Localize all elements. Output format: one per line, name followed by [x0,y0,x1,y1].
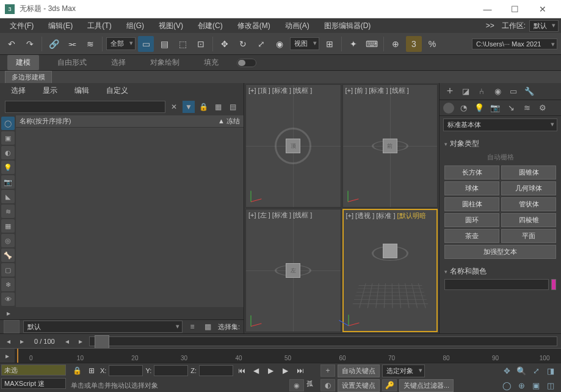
close-button[interactable]: ✕ [529,0,556,18]
section-namecolor[interactable]: 名称和颜色 [444,266,556,277]
filter-all-icon[interactable]: ◯ [1,117,15,130]
viewcube-top[interactable]: 顶 [286,139,300,153]
modify-panel-button[interactable]: ◪ [459,85,472,98]
refcoord-select[interactable]: 视图 [290,37,319,50]
spacewarps-icon[interactable]: ≋ [520,101,534,115]
menu-grapheditor[interactable]: 图形编辑器(D) [317,18,378,33]
filter-xref-icon[interactable]: ◎ [1,234,15,247]
shapes-icon[interactable]: ◔ [457,101,470,115]
layer-select[interactable]: 默认 [23,321,183,333]
time-next-button[interactable]: ▸ [17,336,27,346]
menu-more[interactable]: >> [482,21,498,30]
object-color-swatch[interactable] [551,279,556,290]
btn-cone[interactable]: 圆锥体 [501,165,556,180]
y-input[interactable] [154,365,188,376]
menu-view[interactable]: 视图(V) [151,18,190,33]
ribbon-populate[interactable]: 填充 [198,57,225,68]
filter-camera-icon[interactable]: 📷 [1,175,15,189]
scale-tool[interactable]: ⤢ [253,36,269,52]
ribbon-selection[interactable]: 选择 [105,57,132,68]
autogrid-checkbox[interactable]: 自动栅格 [444,151,556,165]
link-button[interactable]: 🔗 [46,36,62,52]
btn-tube[interactable]: 管状体 [501,197,556,211]
viewport-front-label[interactable]: [+] [前 ] [标准 ] [线框 ] [346,86,409,95]
menu-create[interactable]: 创建(C) [190,18,230,33]
btn-plane[interactable]: 平面 [501,229,556,243]
lights-icon[interactable]: 💡 [472,101,486,115]
rect-select-button[interactable]: ⬚ [175,36,190,52]
lock-button[interactable]: 🔒 [197,101,209,113]
nav-pan-button[interactable]: ✥ [500,365,513,377]
filter-container-icon[interactable]: ▢ [1,263,15,277]
angle-snap-toggle[interactable]: 3 [406,36,422,52]
ruler-track[interactable]: 0 10 20 30 40 50 60 70 80 90 100 [15,349,561,363]
helpers-icon[interactable]: ↘ [504,101,518,115]
layer-btn-1[interactable]: ≡ [186,321,198,333]
btn-cylinder[interactable]: 圆柱体 [444,197,499,211]
view-button-1[interactable]: ▦ [212,101,224,113]
btn-torus[interactable]: 圆环 [444,213,499,227]
viewport-left[interactable]: [+] [左 ] [标准 ] [线框 ] 左 [245,209,341,332]
pivot-button[interactable]: ⊞ [322,36,338,52]
menu-file[interactable]: 文件(F) [2,18,41,33]
lock-selection-button[interactable]: 🔒 [71,365,83,377]
viewcube-front[interactable]: 前 [383,139,397,153]
keyboard-button[interactable]: ⌨ [364,36,380,52]
create-panel-button[interactable]: + [443,85,457,98]
systems-icon[interactable]: ⚙ [536,101,549,115]
play-button[interactable]: ▶ [265,365,277,377]
btn-teapot[interactable]: 茶壶 [444,229,499,243]
time-last-button[interactable]: ▸ [76,336,85,346]
ribbon-objpaint[interactable]: 对象绘制 [144,57,186,68]
snap-toggle[interactable]: ⊕ [388,36,404,52]
nav-orbit-button[interactable]: ◯ [500,379,513,391]
primitive-category-select[interactable]: 标准基本体 [443,118,557,131]
viewcube-persp[interactable] [383,244,397,258]
viewport-top[interactable]: [+] [顶 ] [标准 ] [线框 ] 顶 [245,84,341,208]
list-header-frozen[interactable]: ▲ 冻结 [206,117,240,126]
menu-group[interactable]: 组(G) [119,18,151,33]
bind-button[interactable]: ≋ [82,36,98,52]
z-input[interactable] [199,365,233,376]
filter-button[interactable]: ▼ [183,101,195,113]
keyfilter-button[interactable]: 关键点过滤器... [399,379,454,392]
redo-button[interactable]: ↷ [22,36,38,52]
ribbon-modeling[interactable]: 建模 [7,55,39,70]
nav-zoom-button[interactable]: 🔍 [515,365,528,377]
filter-light-icon[interactable]: 💡 [1,161,15,174]
layer-color-swatch[interactable] [4,320,20,333]
minimize-button[interactable]: — [474,0,501,18]
nav-fov-button[interactable]: ◨ [544,365,557,377]
menu-animation[interactable]: 动画(A) [278,18,317,33]
menu-edit[interactable]: 编辑(E) [41,18,80,33]
viewport-perspective[interactable]: [+] [透视 ] [标准 ] [默认明暗 [342,209,438,332]
unlink-button[interactable]: ⫘ [64,36,80,52]
goto-start-button[interactable]: ⏮ [236,365,248,377]
scene-tab-select[interactable]: 选择 [5,83,32,98]
project-path[interactable]: C:\Users\··· Max 2021 [472,38,557,49]
goto-end-button[interactable]: ⏭ [294,365,306,377]
utilities-panel-button[interactable]: 🔧 [523,85,536,98]
keymode-button[interactable]: ◐ [320,379,335,391]
filter-helper-icon[interactable]: ◣ [1,190,15,203]
scene-tab-display[interactable]: 显示 [37,83,63,98]
view-button-2[interactable]: ▤ [226,101,239,113]
list-header-name[interactable]: 名称(按升序排序) [20,117,206,126]
filter-hidden-icon[interactable]: 👁 [1,292,15,306]
geometry-icon[interactable] [443,103,454,114]
menu-modifier[interactable]: 修改器(M) [230,18,278,33]
isolate-button[interactable]: ◉ [289,379,304,391]
nav-walk-button[interactable]: ⊕ [515,379,528,391]
viewport-front[interactable]: [+] [前 ] [标准 ] [线框 ] 前 [342,84,438,208]
layer-btn-2[interactable]: ▦ [202,321,214,333]
undo-button[interactable]: ↶ [4,36,20,52]
btn-box[interactable]: 长方体 [444,165,499,180]
viewcube-left[interactable]: 左 [286,263,300,278]
filter-geometry-icon[interactable]: ▣ [1,131,15,145]
subtab-polymodel[interactable]: 多边形建模 [5,71,52,84]
scope-select[interactable]: 全部 [106,37,136,50]
time-slider[interactable] [89,336,557,346]
x-input[interactable] [109,365,143,376]
setkey-large-button[interactable]: + [320,365,335,377]
viewport-top-label[interactable]: [+] [顶 ] [标准 ] [线框 ] [248,86,312,95]
